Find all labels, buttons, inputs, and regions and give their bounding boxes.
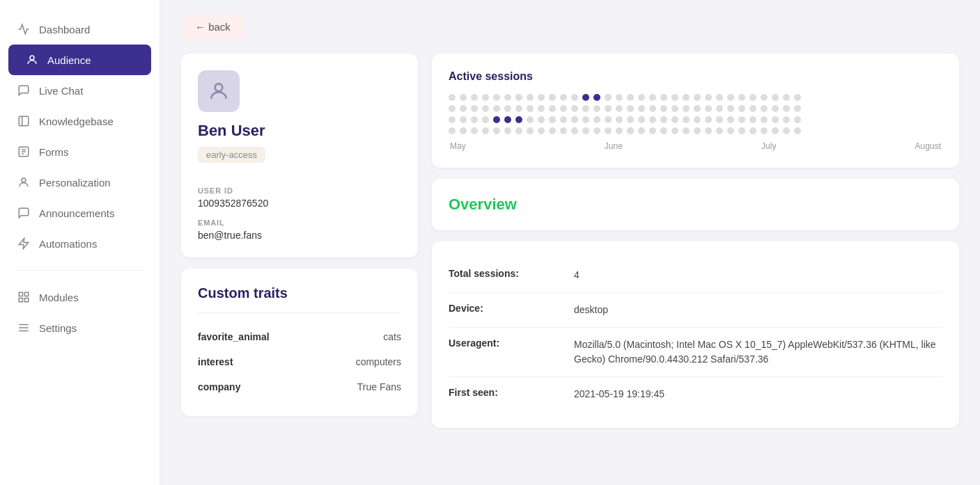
sidebar-item-announcements[interactable]: Announcements [0,198,160,228]
dot [716,116,723,123]
dot [749,94,756,101]
sidebar-item-knowledgebase[interactable]: Knowledgebase [0,106,160,136]
dot [471,105,478,112]
dot [783,116,790,123]
dot [493,105,500,112]
dot [783,105,790,112]
stats-key-0: Total sessions: [449,268,574,283]
stats-val-3: 2021-05-19 19:19:45 [574,387,664,401]
dot [582,105,589,112]
dot [738,105,745,112]
dot [538,127,545,134]
chart-icon [17,22,31,36]
dot-labels: May June July August [449,141,942,151]
dot [738,116,745,123]
dot [660,105,667,112]
dot [694,94,701,101]
auto-icon [17,237,31,251]
dot [794,94,801,101]
dot [593,127,600,134]
user-tag: early-access [198,147,265,163]
trait-key-0: favorite_animal [198,331,270,342]
sidebar-item-dashboard[interactable]: Dashboard [0,14,160,45]
dot [449,94,456,101]
sidebar-item-automations[interactable]: Automations [0,228,160,259]
dot-label-may: May [450,141,466,151]
dot [671,94,678,101]
dot [549,127,556,134]
dot [493,116,500,123]
overview-card: Overview [432,179,959,230]
dot [460,105,467,112]
main-content: ← back Ben User early-access USER ID 100… [160,0,980,485]
dot [605,105,612,112]
modules-icon [17,290,31,304]
trait-val-1: computers [356,356,401,367]
dot [705,116,712,123]
dot [794,116,801,123]
email-label: EMAIL [198,218,401,227]
dot [749,105,756,112]
dot-label-july: July [761,141,776,151]
dot-label-august: August [915,141,941,151]
dot [616,127,623,134]
sidebar-item-settings[interactable]: Settings [0,312,160,343]
dot [638,116,645,123]
left-column: Ben User early-access USER ID 1009352876… [181,54,418,428]
dot-grid-container: May June July August [449,94,942,151]
stats-row-0: Total sessions: 4 [449,258,942,293]
dot [605,116,612,123]
dot [716,94,723,101]
svg-rect-10 [25,292,29,296]
dot [515,127,522,134]
sidebar-item-audience[interactable]: Audience [8,45,151,75]
dot-row [449,105,942,112]
sidebar: Dashboard Audience Live Chat Knowledgeba… [0,0,160,485]
dot [449,116,456,123]
dot [582,94,589,101]
svg-point-7 [22,178,26,182]
dot [694,105,701,112]
dot [593,116,600,123]
back-button[interactable]: ← back [181,14,244,40]
dot [527,105,534,112]
stats-key-3: First seen: [449,387,574,401]
dot [794,105,801,112]
email-value: ben@true.fans [198,230,401,241]
audience-icon [25,53,39,67]
trait-val-2: True Fans [357,381,401,392]
dot [705,127,712,134]
dot [527,116,534,123]
sidebar-item-modules[interactable]: Modules [0,282,160,312]
sidebar-label-forms: Forms [39,146,69,158]
dot [571,94,578,101]
dot [538,94,545,101]
sidebar-item-livechat[interactable]: Live Chat [0,75,160,106]
trait-row-1: interest computers [198,349,401,374]
dot [649,105,656,112]
dot [504,105,511,112]
dot-row [449,127,942,134]
dot [738,94,745,101]
dot [749,127,756,134]
dot [783,127,790,134]
stats-table: Total sessions: 4 Device: desktop Userag… [449,258,942,411]
sidebar-item-forms[interactable]: Forms [0,136,160,167]
dot [460,127,467,134]
dot [683,94,690,101]
dot [727,127,734,134]
dot [649,127,656,134]
dot [482,127,489,134]
sidebar-label-automations: Automations [39,238,97,250]
dot [515,94,522,101]
sidebar-item-personalization[interactable]: Personalization [0,167,160,198]
dot-row [449,116,942,123]
dot [460,116,467,123]
sidebar-divider [17,270,143,271]
active-sessions-title: Active sessions [449,70,942,83]
dot [772,105,779,112]
trait-key-1: interest [198,356,233,367]
dot [761,94,768,101]
dot [761,116,768,123]
trait-row-0: favorite_animal cats [198,324,401,349]
